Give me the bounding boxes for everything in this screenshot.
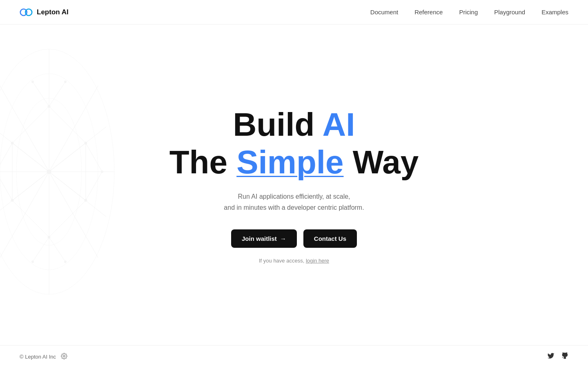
main-nav: Document Reference Pricing Playground Ex… xyxy=(370,9,568,16)
title-way: Way xyxy=(344,144,419,180)
title-line-1: Build AI xyxy=(233,106,355,143)
login-hint: If you have access, login here xyxy=(259,258,329,264)
nav-document[interactable]: Document xyxy=(370,9,398,16)
settings-icon[interactable] xyxy=(61,353,67,361)
login-link[interactable]: login here xyxy=(306,258,329,264)
footer-right xyxy=(547,352,568,361)
join-waitlist-label: Join waitlist xyxy=(242,235,277,242)
arrow-icon: → xyxy=(280,235,286,242)
hero-buttons: Join waitlist → Contact Us xyxy=(231,229,357,248)
title-ai: AI xyxy=(323,106,355,143)
footer-left: © Lepton AI Inc xyxy=(20,353,67,361)
hero-section: Build AI The Simple Way Run AI applicati… xyxy=(0,25,588,345)
nav-examples[interactable]: Examples xyxy=(541,9,568,16)
nav-pricing[interactable]: Pricing xyxy=(459,9,478,16)
hero-subtitle: Run AI applications efficiently, at scal… xyxy=(224,191,364,213)
title-the: The xyxy=(169,144,236,180)
hero-title: Build AI The Simple Way xyxy=(169,106,419,181)
subtitle-line-1: Run AI applications efficiently, at scal… xyxy=(238,193,350,200)
nav-reference[interactable]: Reference xyxy=(414,9,443,16)
title-build: Build xyxy=(233,106,322,143)
contact-us-button[interactable]: Contact Us xyxy=(303,229,357,248)
title-line-2: The Simple Way xyxy=(169,144,419,180)
subtitle-line-2: and in minutes with a developer centric … xyxy=(224,204,364,211)
contact-us-label: Contact Us xyxy=(314,235,346,242)
twitter-icon[interactable] xyxy=(547,352,555,361)
footer-copyright: © Lepton AI Inc xyxy=(20,354,56,360)
logo-text: Lepton AI xyxy=(37,8,69,16)
logo-icon xyxy=(20,8,33,16)
footer: © Lepton AI Inc xyxy=(0,345,588,368)
nav-playground[interactable]: Playground xyxy=(494,9,525,16)
title-simple: Simple xyxy=(236,144,343,180)
logo-area: Lepton AI xyxy=(20,8,69,16)
login-hint-prefix: If you have access, xyxy=(259,258,304,264)
github-icon[interactable] xyxy=(561,352,568,361)
svg-point-42 xyxy=(63,355,65,357)
header: Lepton AI Document Reference Pricing Pla… xyxy=(0,0,588,25)
join-waitlist-button[interactable]: Join waitlist → xyxy=(231,229,297,248)
